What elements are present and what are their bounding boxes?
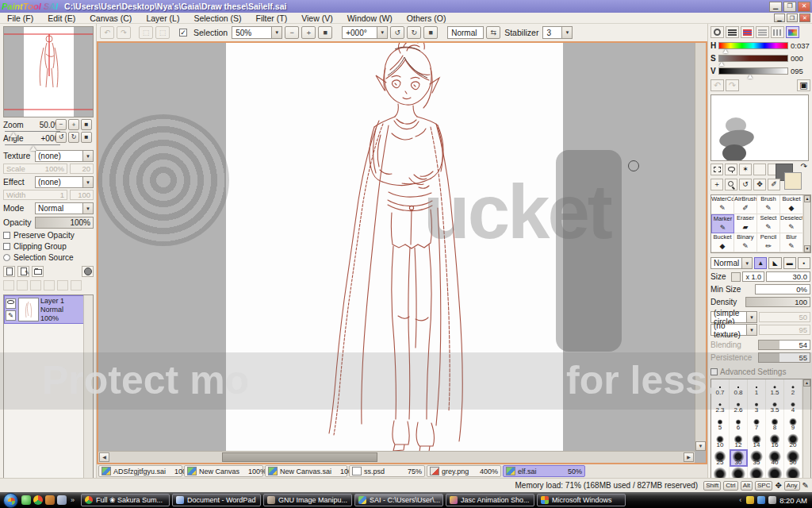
lasso-icon[interactable] (725, 164, 737, 175)
tool-bucket2[interactable]: Bucket◆ (711, 233, 734, 252)
brush-size-cell[interactable]: 20 (784, 432, 802, 449)
tray-expand-icon[interactable]: ‹ (739, 496, 741, 504)
stabilizer-combo[interactable]: 3▼ (542, 26, 573, 39)
brush-size-cell[interactable]: 4 (784, 397, 802, 414)
media-player-icon[interactable] (21, 495, 31, 505)
deselect-icon[interactable]: ⬚ (139, 26, 153, 39)
selection-source-row[interactable]: Selection Source (3, 252, 94, 262)
zoom-tool-icon[interactable] (725, 179, 737, 190)
brush-size-cell[interactable]: 40 (766, 449, 784, 467)
magic-wand-icon[interactable]: ✶ (739, 164, 752, 175)
color-undo-icon[interactable]: ↶ (710, 79, 724, 91)
effect-dropdown[interactable]: (none)▼ (35, 176, 94, 188)
chevron-more-icon[interactable]: » (71, 496, 75, 504)
brush-size-cell[interactable]: 0.8 (730, 379, 748, 397)
maximize-button[interactable]: ❐ (783, 2, 796, 12)
clipping-group-row[interactable]: Clipping Group (3, 241, 94, 251)
brush-size-cell[interactable]: 3 (748, 397, 766, 414)
scratchpad-clear-icon[interactable]: ▣ (797, 79, 810, 91)
tool-pencil[interactable]: Pencil✏ (757, 233, 780, 252)
navigator-preview[interactable] (3, 26, 94, 117)
taskbar-item-gimp[interactable]: GNU Image Manipu... (263, 494, 352, 506)
scrollbar-thumb[interactable] (222, 452, 377, 462)
move-tool-icon[interactable]: ＋ (710, 179, 723, 190)
view-mode-button[interactable]: Normal (447, 26, 484, 39)
explorer-icon[interactable] (57, 495, 67, 505)
rgb-sliders-button[interactable] (726, 26, 739, 38)
new-layer-button[interactable] (3, 266, 15, 277)
clock[interactable]: 8:20 AM (779, 496, 807, 505)
value-slider[interactable] (718, 67, 788, 75)
brush-size-cell[interactable]: 6 (730, 414, 748, 432)
tool-brush[interactable]: Brush✎ (757, 195, 780, 214)
brush-edge-hard-button[interactable]: ▲ (754, 257, 767, 269)
minimize-button[interactable]: ▁ (769, 2, 782, 12)
layer-mode-dropdown[interactable]: Normal▼ (35, 202, 94, 214)
tool-bucket[interactable]: Bucket◆ (780, 195, 803, 214)
layer-paint-indicator[interactable]: ✎ (6, 310, 16, 321)
rotate-tool-icon[interactable]: ↺ (739, 179, 752, 190)
menu-layer[interactable]: Layer (L) (139, 13, 186, 23)
color-wheel-button[interactable] (710, 26, 724, 38)
nav-rotate-cw-button[interactable]: ↻ (68, 132, 79, 143)
tool-eraser[interactable]: Eraser▰ (734, 214, 757, 233)
tab-document[interactable]: ADSfzgjtfgyu.sai100% (98, 465, 182, 477)
taskbar-item-jasc[interactable]: Jasc Animation Sho... (446, 494, 534, 506)
doc-close-button[interactable]: ✕ (799, 13, 810, 22)
tool-select[interactable]: Select✎ (757, 214, 780, 233)
swap-colors-icon[interactable]: ↷ (801, 162, 807, 171)
brush-mode-dropdown[interactable]: Normal▼ (710, 257, 753, 269)
new-linework-layer-button[interactable]: ✎ (17, 266, 29, 277)
brush-size-cell[interactable]: 7 (748, 414, 766, 432)
brush-size-cell[interactable]: 0.7 (711, 379, 730, 397)
size-multiplier[interactable]: x 1.0 (742, 271, 764, 282)
tab-document[interactable]: ss.psd75% (349, 465, 425, 477)
tool-airbrush[interactable]: AirBrush✐ (734, 195, 757, 214)
doc-minimize-button[interactable]: ▁ (774, 13, 785, 22)
hue-slider[interactable] (718, 42, 788, 49)
doc-restore-button[interactable]: ❐ (787, 13, 798, 22)
nav-zoom-reset-button[interactable]: ■ (81, 119, 92, 130)
new-folder-button[interactable] (32, 266, 44, 277)
density-slider[interactable]: 100 (745, 297, 810, 307)
zoom-out-button[interactable]: − (285, 26, 299, 39)
taskbar-item-sai-active[interactable]: SAI - C:\Users\User\... (354, 494, 443, 506)
saturation-slider[interactable] (718, 55, 788, 62)
transfer-down-button[interactable] (3, 280, 14, 291)
tab-document[interactable]: grey.png400% (427, 465, 501, 477)
rotate-ccw-button[interactable]: ↺ (390, 26, 404, 39)
brush-size-cell-selected[interactable]: 30 (730, 449, 748, 467)
tab-document-active[interactable]: elf.sai50% (503, 465, 585, 477)
nav-angle-slider[interactable] (5, 144, 60, 145)
canvas-vscrollbar[interactable]: ▼ (695, 43, 706, 451)
menu-filter[interactable]: Filter (T) (249, 13, 295, 23)
nav-zoom-slider[interactable] (5, 131, 60, 132)
color-scratchpad[interactable] (710, 94, 809, 161)
redo-icon[interactable]: ↷ (117, 26, 131, 39)
rotate-reset-button[interactable]: ■ (423, 26, 438, 39)
empty-tool-slot[interactable] (753, 164, 766, 175)
min-size-slider[interactable]: 0% (755, 284, 810, 294)
brush-size-cell[interactable]: 2 (784, 379, 802, 397)
size-unit-button[interactable] (731, 272, 741, 282)
blending-slider[interactable]: 54 (758, 340, 810, 350)
menu-others[interactable]: Others (O) (400, 13, 454, 23)
canvas-window[interactable]: ▼ ◀ ▶ (97, 41, 707, 464)
swatches-button[interactable] (771, 26, 784, 38)
brush-size-cell[interactable]: 1.5 (766, 379, 784, 397)
canvas-drawing[interactable] (98, 43, 695, 451)
layer-row[interactable]: ✎ Layer 1 Normal 100% (4, 295, 93, 324)
undo-icon[interactable]: ↶ (100, 26, 114, 39)
brush-edge-square-button[interactable]: ▪ (798, 257, 810, 269)
menu-window[interactable]: Window (W) (340, 13, 400, 23)
tool-watercolor[interactable]: WaterCo✎ (711, 195, 734, 214)
brush-edge-flat-button[interactable]: ▬ (783, 257, 796, 269)
brush-texture-dropdown[interactable]: (no texture)▼ (710, 324, 757, 336)
zoom-in-button[interactable]: ＋ (301, 26, 316, 39)
chrome-icon[interactable] (33, 495, 43, 505)
brush-size-cell[interactable]: 12 (730, 432, 748, 449)
size-slider[interactable]: 30.0 (766, 271, 810, 282)
persistence-slider[interactable]: 55 (758, 352, 810, 363)
brush-size-cell[interactable]: 35 (748, 449, 766, 467)
layer-list-vscrollbar[interactable]: ▼ (83, 295, 93, 488)
